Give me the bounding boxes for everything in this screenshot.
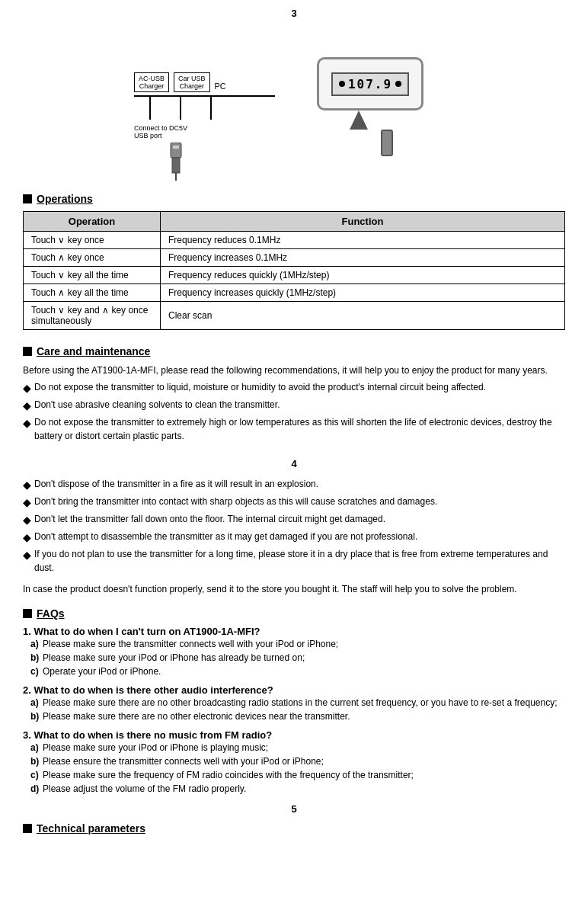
care-bullet-item: ◆If you do not plan to use the transmitt…	[23, 547, 565, 575]
table-cell-operation: Touch ∧ key all the time	[24, 284, 161, 302]
operations-section-title: Operations	[37, 193, 93, 205]
charger-row: AC-USBCharger Car USBCharger PC	[134, 72, 275, 92]
page-3-number: 3	[23, 8, 565, 19]
pc-label: PC	[215, 82, 226, 92]
table-cell-function: Frequency reduces 0.1MHz	[161, 232, 565, 249]
faq-section-header: FAQs	[23, 607, 565, 620]
svg-rect-2	[172, 158, 180, 173]
faq-section-title: FAQs	[37, 607, 65, 620]
operations-section-square	[23, 194, 32, 203]
care-bullets-p4-container: ◆Don't dispose of the transmitter in a f…	[23, 477, 565, 575]
freq-dot2	[395, 81, 401, 87]
faq-answer-item: c)Please make sure the frequency of FM r…	[30, 768, 565, 782]
care-section-title: Care and maintenance	[37, 345, 150, 357]
faq-letter: c)	[30, 768, 41, 782]
table-row: Touch ∧ key all the timeFrequency increa…	[24, 284, 565, 302]
table-cell-operation: Touch ∨ key once	[24, 232, 161, 249]
bullet-diamond-icon: ◆	[23, 380, 31, 396]
frequency-display: 107.9	[331, 72, 409, 96]
care-bullet-text: Do not expose the transmitter to liquid,…	[34, 380, 486, 396]
faq-letter: c)	[30, 665, 41, 678]
operations-table: Operation Function Touch ∨ key onceFrequ…	[23, 211, 565, 330]
connector-verticals	[149, 97, 275, 120]
bullet-diamond-icon: ◆	[23, 415, 31, 443]
freq-value: 107.9	[348, 77, 392, 91]
bullet-diamond-icon: ◆	[23, 530, 31, 546]
line-pc	[210, 97, 212, 120]
freq-dot	[339, 81, 345, 87]
faq-content-container: 1. What to do when I can't turn on AT190…	[23, 626, 565, 796]
table-cell-function: Frequency increases 0.1MHz	[161, 249, 565, 267]
table-row: Touch ∨ key all the timeFrequency reduce…	[24, 267, 565, 284]
care-bullet-item: ◆Don't attempt to disassemble the transm…	[23, 530, 565, 546]
care-bullet-text: Don't use abrasive cleaning solvents to …	[34, 398, 280, 414]
faq-answer-text: Operate your iPod or iPhone.	[43, 665, 161, 678]
faq-answer-item: a)Please make sure the transmitter conne…	[30, 637, 565, 651]
faq-letter: a)	[30, 637, 41, 651]
table-row: Touch ∨ key and ∧ key once simultaneousl…	[24, 302, 565, 330]
care-bullet-item: ◆Do not expose the transmitter to liquid…	[23, 380, 565, 396]
faq-answer-text: Please adjust the volume of the FM radio…	[43, 782, 246, 796]
care-bullet-text: If you do not plan to use the transmitte…	[34, 547, 565, 575]
faq-letter: b)	[30, 710, 41, 723]
faq-answer-item: b)Please make sure your iPod or iPhone h…	[30, 651, 565, 665]
faq-answer-item: d)Please adjust the volume of the FM rad…	[30, 782, 565, 796]
table-cell-function: Frequency reduces quickly (1MHz/step)	[161, 267, 565, 284]
care-bullet-item: ◆Don't let the transmitter fall down ont…	[23, 512, 565, 528]
page-5-number: 5	[23, 803, 565, 815]
operations-section-header: Operations	[23, 193, 565, 205]
care-bullet-text: Don't dispose of the transmitter in a fi…	[34, 477, 318, 493]
page-4-number: 4	[23, 458, 565, 469]
car-usb-charger-label: Car USBCharger	[174, 72, 210, 92]
table-header-function: Function	[161, 212, 565, 232]
care-bullet-text: Don't attempt to disassemble the transmi…	[34, 530, 417, 546]
care-bullet-text: Don't let the transmitter fall down onto…	[34, 512, 385, 528]
faq-answer-item: b)Please make sure there are no other el…	[30, 710, 565, 723]
table-cell-operation: Touch ∨ key all the time	[24, 267, 161, 284]
arrow-up-icon	[350, 111, 368, 130]
faq-answer-text: Please make sure the transmitter connect…	[43, 637, 338, 651]
faq-answer-item: a)Please make sure there are no other br…	[30, 696, 565, 710]
diagram-container: AC-USBCharger Car USBCharger PC Connect …	[134, 34, 454, 171]
bullet-diamond-icon: ◆	[23, 512, 31, 528]
device-display: 107.9	[317, 57, 423, 111]
faq-answer-text: Please make sure the frequency of FM rad…	[43, 768, 414, 782]
care-bullets-container: ◆Do not expose the transmitter to liquid…	[23, 380, 565, 443]
faq-letter: d)	[30, 782, 41, 796]
bullet-diamond-icon: ◆	[23, 547, 31, 575]
faq-num-3: 3. What to do when is there no music fro…	[23, 729, 565, 741]
page-content: 3 AC-USBCharger Car USBCharger PC Connec	[0, 0, 588, 848]
svg-rect-0	[171, 143, 181, 158]
usb-plug-icon	[165, 143, 187, 181]
ac-usb-charger-label: AC-USBCharger	[134, 72, 169, 92]
line-car	[180, 97, 181, 120]
table-cell-function: Frequency increases quickly (1MHz/step)	[161, 284, 565, 302]
table-row: Touch ∧ key onceFrequency increases 0.1M…	[24, 249, 565, 267]
care-footer: In case the product doesn't function pro…	[23, 582, 565, 596]
faq-section-square	[23, 609, 32, 618]
faq-num-2: 2. What to do when is there other audio …	[23, 684, 565, 696]
care-section-header: Care and maintenance	[23, 345, 565, 357]
technical-section-title: Technical parameters	[37, 822, 145, 835]
care-section: Before using the AT1900-1A-MFI, please r…	[23, 364, 565, 443]
care-bullet-item: ◆Don't bring the transmitter into contac…	[23, 495, 565, 511]
care-bullet-text: Don't bring the transmitter into contact…	[34, 495, 437, 511]
table-cell-operation: Touch ∧ key once	[24, 249, 161, 267]
care-bullet-text: Do not expose the transmitter to extreme…	[34, 415, 565, 443]
faq-letter: b)	[30, 754, 41, 768]
care-intro: Before using the AT1900-1A-MFI, please r…	[23, 364, 565, 377]
table-cell-operation: Touch ∨ key and ∧ key once simultaneousl…	[24, 302, 161, 330]
usb-connector-device	[381, 130, 393, 156]
technical-section-header: Technical parameters	[23, 822, 565, 835]
faq-answer-text: Please ensure the transmitter connects w…	[43, 754, 324, 768]
faq-answer-item: a)Please make sure your iPod or iPhone i…	[30, 741, 565, 754]
faq-letter: b)	[30, 651, 41, 665]
faq-letter: a)	[30, 741, 41, 754]
faq-num-1: 1. What to do when I can't turn on AT190…	[23, 626, 565, 637]
connect-label: Connect to DC5VUSB port	[134, 124, 275, 139]
care-bullet-item: ◆Don't dispose of the transmitter in a f…	[23, 477, 565, 493]
faq-answer-item: b)Please ensure the transmitter connects…	[30, 754, 565, 768]
faq-letter: a)	[30, 696, 41, 710]
table-header-row: Operation Function	[24, 212, 565, 232]
faq-answer-item: c)Operate your iPod or iPhone.	[30, 665, 565, 678]
